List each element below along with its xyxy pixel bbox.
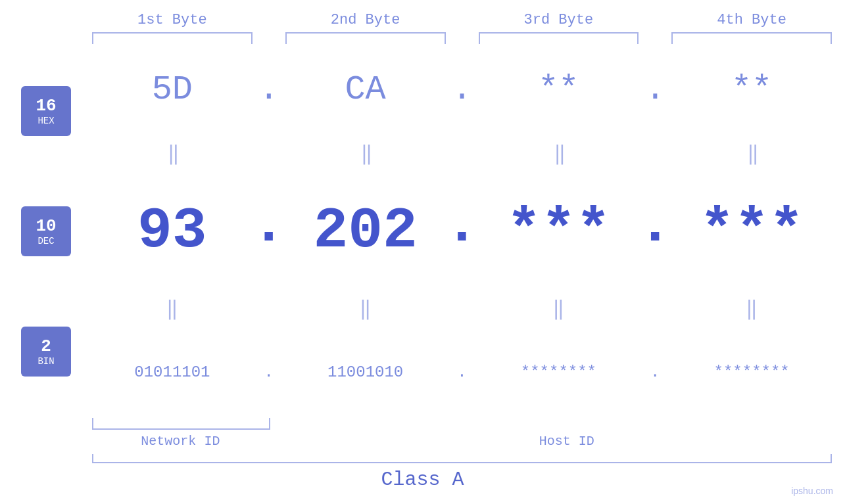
dot-spacer-3 xyxy=(639,12,671,28)
dec-byte4: *** xyxy=(700,198,804,263)
dec-byte3-cell: *** xyxy=(479,198,639,263)
equals-1-4: ‖ xyxy=(747,141,756,166)
hex-dot3: . xyxy=(639,70,671,109)
badges-column: 16 HEX 10 DEC 2 BIN xyxy=(0,44,92,418)
equals-1-2: ‖ xyxy=(361,141,370,166)
top-bracket-4 xyxy=(671,32,832,44)
bin-dot2: . xyxy=(446,363,479,381)
byte-label-3: 3rd Byte xyxy=(479,12,639,28)
dec-byte4-cell: *** xyxy=(671,198,832,263)
top-bracket-3 xyxy=(479,32,639,44)
eq2-cell3: ‖ xyxy=(479,296,639,321)
top-bracket-1 xyxy=(92,32,253,44)
hex-dot2: . xyxy=(446,70,479,109)
dec-dot2: . xyxy=(446,196,479,266)
hex-byte1-cell: 5D xyxy=(92,70,253,109)
eq1-cell2: ‖ xyxy=(285,141,446,166)
eq1-cell1: ‖ xyxy=(92,141,253,166)
bracket-gap-3 xyxy=(639,32,671,44)
full-bracket-spacer xyxy=(0,454,92,463)
full-bracket-section xyxy=(0,454,845,463)
data-columns: 5D . CA . ** . ** xyxy=(92,44,832,418)
dec-byte1: 93 xyxy=(137,198,207,263)
equals-2-3: ‖ xyxy=(552,296,564,321)
byte-label-1: 1st Byte xyxy=(92,12,253,28)
dot-spacer-1 xyxy=(253,12,285,28)
bracket-gap-1 xyxy=(253,32,285,44)
eq2-cell2: ‖ xyxy=(285,296,446,321)
bin-badge-number: 2 xyxy=(41,336,51,356)
full-bracket-area xyxy=(92,454,832,463)
bottom-left-spacer xyxy=(0,418,92,451)
bin-byte3-cell: ******** xyxy=(479,363,639,381)
dec-dot1: . xyxy=(253,196,285,266)
dec-byte3: *** xyxy=(506,198,610,263)
hex-byte2: CA xyxy=(345,70,385,109)
bottom-byte-brackets xyxy=(92,418,832,430)
top-bytes-area: 1st Byte 2nd Byte 3rd Byte 4th Byte xyxy=(92,12,832,44)
hex-byte4-cell: ** xyxy=(671,70,832,109)
equals-2-2: ‖ xyxy=(360,296,372,321)
class-row: Class A xyxy=(0,463,845,504)
dec-byte2-cell: 202 xyxy=(285,198,446,263)
eq1-cell4: ‖ xyxy=(671,141,832,166)
hex-byte1: 5D xyxy=(152,70,193,109)
top-bracket-2 xyxy=(285,32,446,44)
dec-badge: 10 DEC xyxy=(21,206,71,256)
eq2-cell1: ‖ xyxy=(92,296,253,321)
id-labels-row: Network ID Host ID xyxy=(92,434,832,449)
eq1-cell3: ‖ xyxy=(479,141,639,166)
network-id-label: Network ID xyxy=(92,434,269,449)
bin-byte3: ******** xyxy=(521,363,596,381)
class-label: Class A xyxy=(381,469,464,491)
bin-badge-label: BIN xyxy=(37,356,54,367)
hex-dot1: . xyxy=(253,70,285,109)
bracket-gap-2 xyxy=(446,32,479,44)
hex-row: 5D . CA . ** . ** xyxy=(92,44,832,135)
bin-byte1: 01011101 xyxy=(134,363,210,381)
bottom-bracket-section: Network ID Host ID xyxy=(0,418,845,451)
hex-byte3-cell: ** xyxy=(479,70,639,109)
byte-label-4: 4th Byte xyxy=(671,12,832,28)
bin-byte1-cell: 01011101 xyxy=(92,363,253,381)
byte-labels-row: 1st Byte 2nd Byte 3rd Byte 4th Byte xyxy=(92,12,832,28)
id-gap xyxy=(269,434,302,449)
hex-byte2-cell: CA xyxy=(285,70,446,109)
bin-dot1: . xyxy=(253,363,285,381)
bottom-brackets-area: Network ID Host ID xyxy=(92,418,832,451)
hex-byte3: ** xyxy=(538,70,579,109)
dec-badge-number: 10 xyxy=(36,216,56,236)
watermark: ipshu.com xyxy=(791,486,833,496)
hex-badge: 16 HEX xyxy=(21,86,71,136)
bin-dot3: . xyxy=(639,363,671,381)
dec-byte2: 202 xyxy=(313,198,417,263)
equals-2-1: ‖ xyxy=(166,296,178,321)
full-bracket-line xyxy=(92,454,832,463)
left-spacer xyxy=(0,12,92,44)
host-id-label: Host ID xyxy=(302,434,832,449)
bin-byte4-cell: ******** xyxy=(671,363,832,381)
dec-dot3: . xyxy=(639,196,671,266)
equals-row-1: ‖ ‖ ‖ ‖ xyxy=(92,135,832,172)
bin-byte4: ******** xyxy=(714,363,790,381)
dot-spacer-2 xyxy=(446,12,479,28)
hex-badge-label: HEX xyxy=(37,116,54,126)
equals-1-3: ‖ xyxy=(554,141,563,166)
bottom-bracket-234-placeholder xyxy=(303,418,832,430)
dec-row: 93 . 202 . *** . *** xyxy=(92,172,832,290)
main-layout: 1st Byte 2nd Byte 3rd Byte 4th Byte xyxy=(0,0,845,504)
hex-byte4: ** xyxy=(731,70,772,109)
main-data-area: 16 HEX 10 DEC 2 BIN 5D . xyxy=(0,44,845,418)
dec-badge-label: DEC xyxy=(37,236,54,246)
top-brackets xyxy=(92,32,832,44)
eq2-cell4: ‖ xyxy=(671,296,832,321)
bin-badge: 2 BIN xyxy=(21,327,71,377)
equals-1-1: ‖ xyxy=(168,141,177,166)
bin-byte2: 11001010 xyxy=(327,363,403,381)
dec-byte1-cell: 93 xyxy=(92,198,253,263)
hex-badge-number: 16 xyxy=(36,96,56,116)
bin-byte2-cell: 11001010 xyxy=(285,363,446,381)
equals-2-4: ‖ xyxy=(746,296,758,321)
byte-label-2: 2nd Byte xyxy=(285,12,446,28)
bin-row: 01011101 . 11001010 . ******** . xyxy=(92,327,832,418)
